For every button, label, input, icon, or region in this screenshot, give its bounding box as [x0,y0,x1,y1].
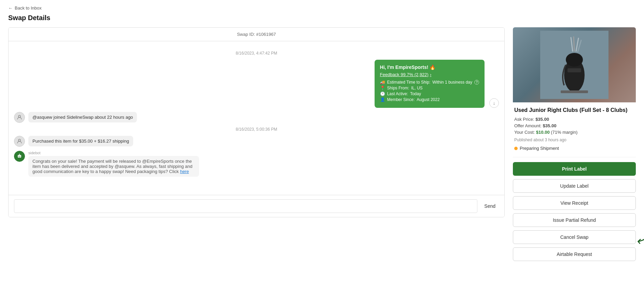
svg-point-1 [18,139,20,141]
pin-icon: 📍 [380,86,385,90]
cancel-swap-wrapper: Cancel Swap [513,230,636,244]
scroll-down-icon: ↓ [493,100,495,106]
sidebot-message-text: Congrats on your sale! The payment will … [32,159,193,174]
your-cost-label: Your Cost: [514,130,535,135]
print-label-button[interactable]: Print Label [513,162,636,176]
ships-from-label: Ships From: [387,86,409,90]
main-layout: Swap ID: #1061967 8/16/2023, 4:47:42 PM … [8,27,636,261]
system-event-text: @asquew joined SidelineSwap about 22 hou… [32,115,133,120]
sidebot-wrapper: sidebot Congrats on your sale! The payme… [28,151,199,177]
timestamp-1: 8/16/2023, 4:47:42 PM [14,51,499,56]
svg-point-3 [18,156,19,157]
member-since-row: 👤 Member Since: August 2022 [380,97,479,102]
bot-message-row: Hi, I'm EmpireSports! 🔥 Feedback 99.7% (… [14,60,499,108]
system-avatar [14,112,25,123]
system-event-bubble: @asquew joined SidelineSwap about 22 hou… [28,112,137,122]
published-time: Published about 3 hours ago [514,138,634,142]
timestamp-2: 8/16/2023, 5:00:36 PM [14,127,499,132]
svg-rect-14 [561,90,588,93]
back-to-inbox-link[interactable]: ← Back to Inbox [8,5,636,11]
svg-line-10 [574,37,574,51]
chat-section: Swap ID: #1061967 8/16/2023, 4:47:42 PM … [8,27,505,217]
purchase-avatar [14,136,25,147]
last-active-row: 🕐 Last Active: Today [380,91,479,96]
offer-amount-value: $35.00 [543,123,557,128]
view-receipt-button[interactable]: View Receipt [513,196,636,210]
bot-bubble: Hi, I'm EmpireSports! 🔥 Feedback 99.7% (… [375,60,485,108]
margin-label: (71% margin) [551,130,577,135]
last-active-label: Last Active: [387,91,408,96]
svg-point-0 [18,115,20,117]
sidebot-link[interactable]: here [180,169,189,174]
issue-refund-button[interactable]: Issue Partial Refund [513,213,636,227]
swap-id-bar: Swap ID: #1061967 [9,28,504,41]
ask-price-row: Ask Price: $35.00 [514,117,634,122]
scroll-down-btn[interactable]: ↓ [489,98,499,108]
product-image-placeholder [513,27,636,102]
send-button[interactable]: Send [481,201,499,211]
page-title: Swap Details [8,14,636,22]
sidebot-avatar [14,151,25,162]
purchase-bubble: Purchased this item for $35.00 + $16.27 … [28,136,133,146]
question-icon: ? [474,80,479,85]
svg-point-8 [566,53,583,67]
last-active-value: Today [410,91,421,96]
purchase-message-text: Purchased this item for $35.00 + $16.27 … [32,139,129,144]
chat-messages[interactable]: 8/16/2023, 4:47:42 PM Hi, I'm EmpireSpor… [9,41,504,195]
feedback-arrow: › [430,72,431,77]
chat-input-area: Send [9,195,504,217]
svg-point-4 [20,156,20,157]
sidebot-message-row: sidebot Congrats on your sale! The payme… [14,151,499,177]
ask-price-value: $35.00 [535,117,549,122]
status-label: Preparing Shipment [520,146,559,151]
ship-time-value: Within 1 business day [432,80,472,85]
product-title: Used Junior Right Clubs (Full Set - 8 Cl… [514,107,634,113]
ships-from-row: 📍 Ships From: IL, US [380,86,479,90]
truck-icon: 🚚 [380,80,385,85]
airtable-request-button[interactable]: Airtable Request [513,247,636,261]
sidebot-bubble: Congrats on your sale! The payment will … [28,156,199,177]
person-icon: 👤 [380,97,385,102]
ship-time-row: 🚚 Estimated Time to Ship: Within 1 busin… [380,80,479,85]
back-link-label: Back to Inbox [15,5,42,11]
feedback-text: Feedback 99.7% (2,922) [380,72,429,77]
svg-rect-13 [568,68,581,72]
right-panel: Used Junior Right Clubs (Full Set - 8 Cl… [513,27,636,261]
system-event-row: @asquew joined SidelineSwap about 22 hou… [14,112,499,123]
ships-from-value: IL, US [411,86,422,90]
your-cost-value: $10.00 [536,130,550,135]
product-image [513,27,636,102]
ask-price-label: Ask Price: [514,117,534,122]
feedback-link[interactable]: Feedback 99.7% (2,922) › [380,72,479,77]
member-since-label: Member Since: [387,97,415,102]
your-cost-row: Your Cost: $10.00 (71% margin) [514,130,634,135]
update-label-button[interactable]: Update Label [513,179,636,193]
arrow-left-icon: ← [8,5,13,11]
bot-header: Hi, I'm EmpireSports! 🔥 [380,64,479,70]
member-since-value: August 2022 [417,97,439,102]
swap-id-text: Swap ID: #1061967 [237,32,276,37]
page-container: ← Back to Inbox Swap Details Swap ID: #1… [0,0,644,266]
svg-rect-2 [18,155,21,158]
purchase-message-row: Purchased this item for $35.00 + $16.27 … [14,136,499,147]
product-info: Used Junior Right Clubs (Full Set - 8 Cl… [513,102,636,157]
clock-icon: 🕐 [380,91,385,96]
chat-input[interactable] [14,199,477,213]
cancel-swap-button[interactable]: Cancel Swap [513,230,636,244]
status-badge: Preparing Shipment [514,146,634,151]
svg-point-5 [19,154,20,155]
sidebot-label: sidebot [28,151,199,155]
ship-time-label: Estimated Time to Ship: [387,80,431,85]
status-dot [514,147,518,150]
action-buttons: Print Label Update Label View Receipt Is… [513,162,636,261]
offer-amount-label: Offer Amount: [514,123,542,128]
offer-amount-row: Offer Amount: $35.00 [514,123,634,128]
